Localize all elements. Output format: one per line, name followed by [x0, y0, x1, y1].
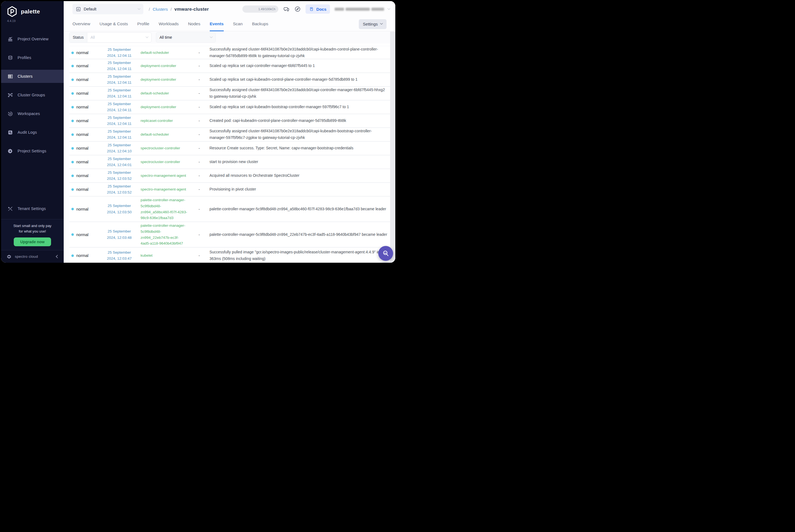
upgrade-panel: Start small and only pay for what you us… — [1, 219, 64, 250]
status-dot-icon — [71, 233, 74, 236]
event-status: normal — [69, 51, 98, 55]
event-status-label: normal — [76, 64, 89, 68]
user-account-menu[interactable] — [335, 8, 390, 11]
event-table-row: normal25 September2024, 12:04:01spectroc… — [69, 155, 391, 169]
settings-button-label: Settings — [363, 22, 378, 26]
book-icon — [309, 6, 314, 12]
brand-logo: palette — [1, 1, 64, 18]
breadcrumb-current-cluster: vmware-cluster — [174, 6, 209, 12]
sidebar-item-workspaces[interactable]: Workspaces — [1, 107, 64, 120]
breadcrumb: / Clusters / vmware-cluster — [149, 6, 209, 12]
project-selector[interactable]: Default — [73, 4, 143, 14]
sidebar-item-project-settings[interactable]: Project Settings — [1, 145, 64, 157]
sidebar-nav: Project OverviewProfilesClustersCluster … — [1, 32, 64, 163]
event-source: deployment-controller — [140, 77, 189, 83]
event-source: deployment-controller — [140, 63, 189, 69]
event-table-row: normal25 September2024, 12:04:11replicas… — [69, 114, 391, 128]
sidebar-item-tenant-settings[interactable]: Tenant Settings — [1, 202, 64, 215]
event-timestamp: 25 September2024, 12:04:10 — [98, 142, 140, 155]
event-namespace: - — [189, 232, 209, 237]
sidebar-item-cluster-groups[interactable]: Cluster Groups — [1, 89, 64, 101]
event-timestamp: 25 September2024, 12:03:48 — [98, 228, 140, 241]
tab-profile[interactable]: Profile — [137, 17, 149, 31]
event-status-label: normal — [76, 173, 89, 178]
collapse-sidebar-icon[interactable] — [56, 255, 59, 258]
event-table-row: normal25 September2024, 12:03:50palette-… — [69, 196, 391, 222]
event-timestamp: 25 September2024, 12:04:11 — [98, 101, 140, 113]
time-range-select[interactable]: All time — [156, 32, 216, 42]
app-window: palette 4.4.19 Project OverviewProfilesC… — [1, 1, 395, 263]
tab-overview[interactable]: Overview — [73, 17, 90, 31]
status-dot-icon — [71, 133, 74, 136]
event-table-row: normal25 September2024, 12:04:11default-… — [69, 87, 391, 100]
status-dot-icon — [71, 175, 74, 177]
chevron-down-icon — [210, 35, 213, 38]
orbit-icon — [7, 111, 13, 117]
user-name-redacted — [335, 8, 344, 11]
tab-events[interactable]: Events — [210, 17, 224, 31]
event-status: normal — [69, 160, 98, 164]
vertical-scrollbar[interactable] — [390, 32, 395, 263]
event-timestamp: 25 September2024, 12:04:11 — [98, 87, 140, 100]
event-status-label: normal — [76, 132, 89, 137]
event-table-row: normal25 September2024, 12:04:10spectroc… — [69, 141, 391, 155]
bar-chart-icon — [7, 36, 13, 42]
search-icon — [382, 249, 390, 257]
explore-compass-icon[interactable] — [294, 6, 301, 12]
sidebar-item-audit-logs[interactable]: Audit Logs — [1, 126, 64, 139]
network-icon — [7, 92, 13, 98]
event-source: default-scheduler — [140, 90, 189, 96]
event-message: Acquired all resources to Orchestrate Sp… — [209, 172, 391, 179]
event-timestamp: 25 September2024, 12:04:11 — [98, 74, 140, 86]
event-status-label: normal — [76, 207, 89, 211]
status-dot-icon — [71, 65, 74, 67]
cluster-tabbar: OverviewUsage & CostsProfileWorkloadsNod… — [64, 17, 395, 31]
docs-button[interactable]: Docs — [305, 4, 330, 14]
tab-backups[interactable]: Backups — [252, 17, 268, 31]
user-name-redacted — [346, 8, 370, 11]
event-namespace: - — [189, 173, 209, 178]
chevron-down-icon — [138, 7, 140, 10]
sidebar-item-label: Workspaces — [18, 111, 40, 116]
tab-nodes[interactable]: Nodes — [188, 17, 201, 31]
sidebar-item-clusters[interactable]: Clusters — [1, 70, 64, 83]
event-table-row: normal25 September2024, 12:03:52spectro-… — [69, 169, 391, 183]
status-dot-icon — [71, 188, 74, 191]
event-status: normal — [69, 173, 98, 178]
cluster-settings-button[interactable]: Settings — [359, 19, 386, 29]
event-status: normal — [69, 77, 98, 82]
sidebar-item-project-overview[interactable]: Project Overview — [1, 32, 64, 45]
upgrade-message-line2: for what you use! — [5, 229, 60, 234]
event-status-label: normal — [76, 77, 89, 82]
tab-usage-costs[interactable]: Usage & Costs — [100, 17, 128, 31]
tab-workloads[interactable]: Workloads — [159, 17, 179, 31]
upgrade-now-button[interactable]: Upgrade now — [14, 238, 51, 246]
event-status-label: normal — [76, 119, 89, 123]
sidebar-item-label: Project Settings — [18, 149, 46, 153]
tenant-settings-slot: Tenant Settings — [1, 202, 64, 219]
sidebar-item-label: Audit Logs — [18, 130, 37, 134]
event-table-row: normal25 September2024, 12:04:11deployme… — [69, 100, 391, 114]
status-filter-select[interactable]: All — [87, 33, 151, 42]
upgrade-message-line1: Start small and only pay — [5, 223, 60, 229]
breadcrumb-clusters-link[interactable]: Clusters — [153, 7, 168, 12]
status-dot-icon — [71, 106, 74, 109]
tab-scan[interactable]: Scan — [233, 17, 243, 31]
event-message: palette-controller-manager-5c9f8dbd48-zn… — [209, 206, 391, 212]
search-fab-button[interactable] — [378, 246, 393, 261]
sidebar: palette 4.4.19 Project OverviewProfilesC… — [1, 1, 64, 263]
main-content: Default / Clusters / vmware-cluster 1.49… — [64, 1, 395, 263]
sidebar-item-profiles[interactable]: Profiles — [1, 51, 64, 64]
servers-icon — [7, 73, 13, 79]
event-namespace: - — [189, 91, 209, 96]
sidebar-item-label: Clusters — [18, 74, 33, 78]
event-namespace: - — [189, 207, 209, 211]
event-namespace: - — [189, 132, 209, 137]
event-message: palette-controller-manager-5c9f8dbd48-zn… — [209, 231, 391, 238]
brand-name: palette — [21, 8, 40, 15]
feedback-chat-icon[interactable] — [283, 6, 290, 12]
status-filter-label: Status — [70, 33, 87, 42]
event-timestamp: 25 September2024, 12:04:01 — [98, 156, 140, 168]
status-filter[interactable]: Status All — [69, 32, 152, 42]
event-timestamp: 25 September2024, 12:03:47 — [98, 249, 140, 262]
